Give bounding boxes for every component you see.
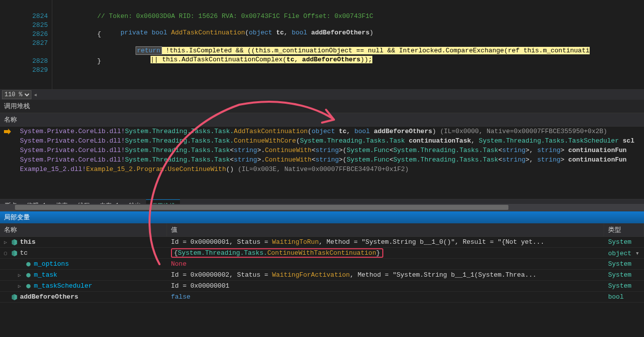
svg-point-0 (26, 262, 31, 266)
callstack-row[interactable]: System.Private.CoreLib.dll!System.Thread… (0, 155, 644, 165)
callstack-rows[interactable]: System.Private.CoreLib.dll!System.Thread… (0, 127, 644, 204)
expander-icon[interactable]: ▷ (18, 272, 23, 278)
col-type-header[interactable]: 类型 (604, 223, 644, 236)
object-cube-icon (11, 250, 18, 257)
var-type: System (604, 238, 644, 246)
callstack-panel: 调用堆栈 名称 System.Private.CoreLib.dll!Syste… (0, 100, 644, 199)
locals-header: 名称 值 类型 (0, 223, 644, 237)
var-type: object ▾ (604, 249, 644, 257)
code-area[interactable]: // Token: 0x06003D0A RID: 15626 RVA: 0x0… (52, 0, 644, 89)
code-comment: // Token: 0x06003D0A RID: 15626 RVA: 0x0… (62, 12, 373, 20)
locals-row[interactable]: ▷m_taskSchedulerId = 0x00000001System (0, 281, 644, 292)
var-value: Id = 0x00000001 (167, 282, 604, 290)
var-name: m_task (34, 271, 57, 279)
line-number: 2829 (0, 66, 52, 75)
locals-row[interactable]: m_optionsNoneSystem (0, 259, 644, 270)
field-icon (25, 272, 32, 279)
locals-title: 局部变量 (0, 211, 644, 223)
callstack-title: 调用堆栈 (0, 100, 644, 113)
svg-point-1 (26, 273, 31, 277)
locals-body: ▷thisId = 0x00000001, Status = WaitingTo… (0, 237, 644, 303)
callstack-row[interactable]: System.Private.CoreLib.dll!System.Thread… (0, 146, 644, 155)
line-number: 2827 (0, 39, 52, 48)
gutter: 2824 2825 2826 2827 2828 2829 (0, 0, 52, 89)
line-number: 2828 (0, 57, 52, 66)
expander-icon[interactable]: ▢ (4, 250, 9, 256)
object-cube-icon (11, 239, 18, 246)
svg-point-2 (26, 284, 31, 288)
locals-row[interactable]: ▷thisId = 0x00000001, Status = WaitingTo… (0, 237, 644, 248)
field-icon (25, 261, 32, 268)
object-cube-icon (11, 294, 18, 301)
locals-row[interactable]: addBeforeOthersfalsebool (0, 292, 644, 303)
line-number: 2826 (0, 30, 52, 39)
var-name: m_taskScheduler (34, 282, 92, 290)
col-value-header[interactable]: 值 (167, 223, 604, 236)
var-type: System (604, 282, 644, 290)
var-name: tc (20, 249, 28, 257)
current-frame-arrow-icon (4, 129, 11, 135)
var-value: Id = 0x00000001, Status = WaitingToRun, … (167, 238, 604, 246)
line-number: 2824 (0, 12, 52, 21)
locals-panel: 局部变量 名称 值 类型 ▷thisId = 0x00000001, Statu… (0, 211, 644, 303)
chevron-left-icon[interactable]: ◂ (33, 91, 37, 99)
var-type: System (604, 260, 644, 268)
var-name: addBeforeOthers (20, 293, 78, 301)
return-keyword: return (136, 46, 162, 55)
horizontal-scrollbar[interactable] (0, 204, 644, 211)
zoom-bar: 110 % ◂ (0, 90, 644, 100)
expander-icon[interactable]: ▷ (4, 239, 9, 245)
zoom-select[interactable]: 110 % (2, 90, 31, 99)
var-value: Id = 0x00000002, Status = WaitingForActi… (167, 271, 604, 279)
var-name: this (20, 238, 35, 246)
col-name-header[interactable]: 名称 (0, 223, 167, 236)
var-type: bool (604, 293, 644, 301)
var-type: System (604, 271, 644, 279)
field-icon (25, 283, 32, 290)
locals-row[interactable]: ▷m_taskId = 0x00000002, Status = Waiting… (0, 270, 644, 281)
callstack-row[interactable]: Example_15_2.dll!Example_15_2.Program.Us… (0, 165, 644, 174)
var-name: m_options (34, 260, 69, 268)
locals-row[interactable]: ▢tc{System.Threading.Tasks.ContinueWithT… (0, 248, 644, 259)
code-editor: 2824 2825 2826 2827 2828 2829 // Token: … (0, 0, 644, 90)
var-value: false (167, 293, 604, 301)
callstack-header[interactable]: 名称 (0, 113, 644, 127)
expander-icon[interactable]: ▷ (18, 283, 23, 289)
line-number: 2825 (0, 21, 52, 30)
callstack-row[interactable]: System.Private.CoreLib.dll!System.Thread… (0, 136, 644, 146)
var-value: None (167, 260, 604, 268)
callstack-row[interactable]: System.Private.CoreLib.dll!System.Thread… (0, 127, 644, 136)
var-value: {System.Threading.Tasks.ContinueWithTask… (167, 248, 604, 258)
